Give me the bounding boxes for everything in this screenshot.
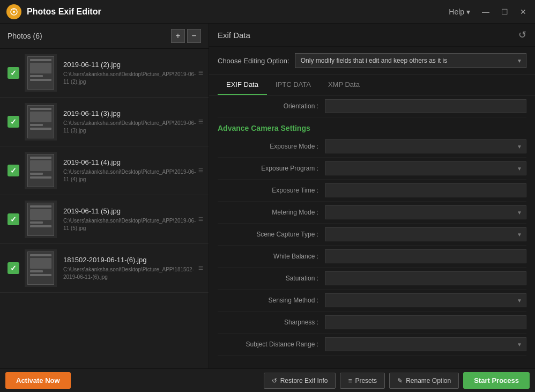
editing-option-label: Choose Editing Option: — [218, 57, 289, 65]
tab-exif[interactable]: EXIF Data — [218, 75, 267, 95]
camera-field-select[interactable] — [325, 161, 526, 175]
exif-data-header: Exif Data ↺ — [209, 24, 535, 47]
photo-item[interactable]: 2019-06-11 (2).jpgC:\Users\akanksha.soni… — [0, 49, 209, 98]
camera-field-label: Saturation : — [218, 275, 325, 282]
camera-field-select-wrapper — [325, 205, 526, 219]
photo-item[interactable]: 2019-06-11 (5).jpgC:\Users\akanksha.soni… — [0, 195, 209, 244]
photo-name: 2019-06-11 (3).jpg — [63, 109, 201, 117]
photo-item[interactable]: 2019-06-11 (4).jpgC:\Users\akanksha.soni… — [0, 146, 209, 195]
photo-checkbox[interactable] — [8, 165, 19, 176]
editing-option-select[interactable]: Only modify fields that i edit and keep … — [295, 53, 526, 68]
main-layout: Photos (6) + − 2019-06-11 (2).jpgC:\User… — [0, 24, 535, 368]
camera-field-select-wrapper — [325, 139, 526, 153]
photo-menu-icon[interactable]: ≡ — [198, 117, 203, 127]
photo-name: 2019-06-11 (2).jpg — [63, 61, 201, 69]
rename-label: Rename Option — [406, 377, 451, 384]
photo-checkbox[interactable] — [8, 116, 19, 128]
minimize-button[interactable]: — — [480, 8, 492, 16]
maximize-button[interactable]: ☐ — [499, 8, 510, 16]
photo-name: 2019-06-11 (5).jpg — [63, 207, 201, 215]
camera-field-row: Metering Mode : — [218, 202, 526, 224]
photo-info: 2019-06-11 (5).jpgC:\Users\akanksha.soni… — [63, 207, 201, 232]
remove-photo-button[interactable]: − — [187, 29, 201, 43]
camera-section-header: Advance Camera Settings — [218, 117, 526, 136]
camera-field-input[interactable] — [325, 315, 526, 329]
camera-field-select[interactable] — [325, 205, 526, 219]
photo-thumbnail — [25, 103, 57, 140]
help-button[interactable]: Help ▾ — [447, 8, 472, 16]
camera-field-label: Metering Mode : — [218, 209, 325, 216]
refresh-icon[interactable]: ↺ — [518, 29, 526, 41]
camera-field-row: Scene Capture Type : — [218, 224, 526, 246]
restore-icon: ↺ — [272, 377, 277, 384]
editing-option-bar: Choose Editing Option: Only modify field… — [209, 47, 535, 75]
camera-field-input[interactable] — [325, 183, 526, 197]
camera-field-select-wrapper — [325, 293, 526, 307]
photo-name: 2019-06-11 (4).jpg — [63, 158, 201, 166]
presets-label: Presets — [355, 377, 377, 384]
editing-option-wrapper: Only modify fields that i edit and keep … — [295, 53, 526, 68]
camera-field-input[interactable] — [325, 271, 526, 285]
photo-menu-icon[interactable]: ≡ — [198, 263, 203, 273]
photo-checkbox[interactable] — [8, 262, 19, 274]
exif-header-title: Exif Data — [218, 31, 250, 40]
bottom-bar: Activate Now ↺ Restore Exif Info ≡ Prese… — [0, 368, 535, 392]
activate-button[interactable]: Activate Now — [5, 372, 71, 389]
photo-info: 2019-06-11 (2).jpgC:\Users\akanksha.soni… — [63, 61, 201, 86]
photo-menu-icon[interactable]: ≡ — [198, 215, 203, 224]
camera-field-select-wrapper — [325, 161, 526, 175]
photos-title: Photos (6) — [8, 32, 169, 40]
rename-option-button[interactable]: ✎ Rename Option — [389, 373, 459, 389]
field-label: Orientation : — [218, 102, 325, 110]
camera-field-select-wrapper — [325, 337, 526, 351]
camera-field-row: Exposure Mode : — [218, 136, 526, 158]
photo-thumbnail — [25, 152, 57, 189]
tab-iptc[interactable]: IPTC DATA — [267, 75, 319, 95]
camera-field-select[interactable] — [325, 337, 526, 351]
photo-path: C:\Users\akanksha.soni\Desktop\Picture_A… — [63, 217, 201, 232]
photo-path: C:\Users\akanksha.soni\Desktop\Picture_A… — [63, 71, 201, 86]
camera-field-select[interactable] — [325, 139, 526, 153]
restore-exif-button[interactable]: ↺ Restore Exif Info — [264, 373, 336, 389]
photo-info: 2019-06-11 (4).jpgC:\Users\akanksha.soni… — [63, 158, 201, 183]
presets-icon: ≡ — [348, 377, 352, 384]
add-photo-button[interactable]: + — [171, 29, 185, 43]
field-row: Orientation : — [218, 95, 526, 117]
tabs-bar: EXIF DataIPTC DATAXMP Data — [209, 75, 535, 95]
restore-label: Restore Exif Info — [280, 377, 328, 384]
photo-thumbnail — [25, 249, 57, 287]
camera-field-row: Exposure Program : — [218, 158, 526, 180]
photo-checkbox[interactable] — [8, 213, 19, 225]
camera-field-row: Saturation : — [218, 268, 526, 290]
tab-xmp[interactable]: XMP Data — [319, 75, 368, 95]
photo-item[interactable]: 2019-06-11 (3).jpgC:\Users\akanksha.soni… — [0, 98, 209, 146]
camera-field-select-wrapper — [325, 227, 526, 241]
photo-path: C:\Users\akanksha.soni\Desktop\Picture_A… — [63, 168, 201, 183]
camera-field-input[interactable] — [325, 249, 526, 263]
camera-field-label: Exposure Program : — [218, 165, 325, 172]
camera-field-label: Subject Distance Range : — [218, 341, 325, 348]
presets-button[interactable]: ≡ Presets — [340, 373, 385, 389]
photo-menu-icon[interactable]: ≡ — [198, 68, 203, 78]
camera-field-select[interactable] — [325, 227, 526, 241]
camera-field-label: White Balance : — [218, 253, 325, 260]
camera-field-label: Sharpness : — [218, 319, 325, 326]
camera-field-select[interactable] — [325, 293, 526, 307]
camera-field-label: Sensing Method : — [218, 297, 325, 304]
photo-checkbox[interactable] — [8, 67, 19, 79]
photo-menu-icon[interactable]: ≡ — [198, 166, 203, 175]
photo-info: 181502-2019-06-11-(6).jpgC:\Users\akanks… — [63, 256, 201, 281]
close-button[interactable]: ✕ — [518, 8, 529, 16]
camera-field-row: Sensing Method : — [218, 290, 526, 312]
camera-field-row: Sharpness : — [218, 312, 526, 334]
field-input[interactable] — [325, 99, 526, 113]
app-title: Photos Exif Editor — [27, 7, 447, 17]
camera-field-row: White Balance : — [218, 246, 526, 268]
photo-thumbnail — [25, 54, 57, 92]
start-process-button[interactable]: Start Process — [463, 372, 530, 389]
photos-header: Photos (6) + − — [0, 24, 209, 49]
right-panel: Exif Data ↺ Choose Editing Option: Only … — [209, 24, 535, 368]
svg-point-1 — [13, 11, 15, 13]
camera-field-label: Scene Capture Type : — [218, 231, 325, 238]
photo-item[interactable]: 181502-2019-06-11-(6).jpgC:\Users\akanks… — [0, 244, 209, 293]
